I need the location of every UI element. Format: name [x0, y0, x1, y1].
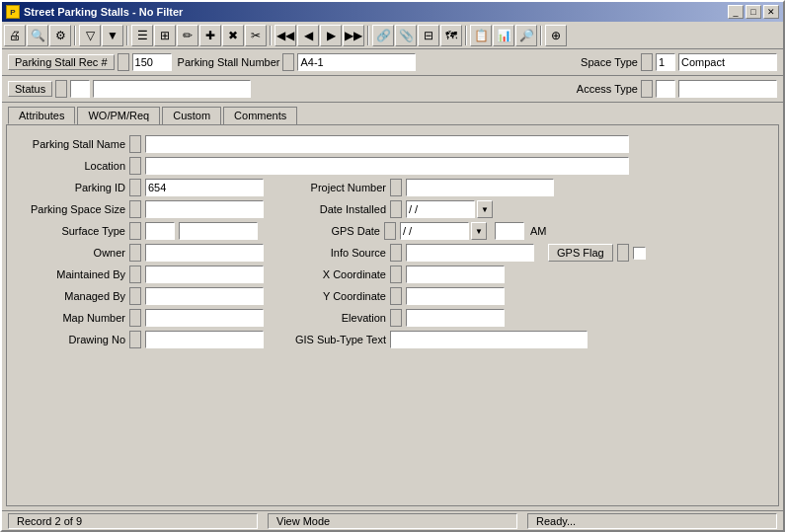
space-type-value-input[interactable] [678, 53, 777, 71]
date-installed-field: ▼ [406, 200, 493, 218]
owner-input[interactable] [145, 244, 264, 262]
grid-button[interactable]: ⊟ [418, 25, 439, 46]
tools-button[interactable]: ⚙ [49, 25, 71, 46]
report-button[interactable]: 📋 [470, 25, 492, 46]
first-button[interactable]: ◀◀ [275, 25, 296, 46]
add-button[interactable]: ✚ [199, 25, 221, 46]
tabs-row: Attributes WO/PM/Req Custom Comments [2, 103, 783, 124]
maintained-by-input[interactable] [145, 266, 264, 283]
toolbar-sep-6 [540, 26, 542, 45]
view2-button[interactable]: ⊞ [154, 25, 176, 46]
filter2-button[interactable]: ▼ [102, 25, 123, 46]
stall-num-label: Parking Stall Number [178, 56, 280, 68]
link-button[interactable]: 🔗 [372, 25, 394, 46]
print-button[interactable]: 🖨 [4, 25, 26, 46]
parking-id-input[interactable] [145, 179, 264, 196]
date-installed-dropdown[interactable]: ▼ [477, 200, 493, 218]
next-button[interactable]: ▶ [320, 25, 342, 46]
toolbar: 🖨 🔍 ⚙ ▽ ▼ ☰ ⊞ ✏ ✚ ✖ ✂ ◀◀ ◀ ▶ ▶▶ 🔗 📎 ⊟ 🗺 … [2, 22, 783, 49]
view-button[interactable]: ☰ [131, 25, 153, 46]
gps-flag-button[interactable]: GPS Flag [548, 244, 613, 262]
surface-type-row: Surface Type GPS Date ▼ AM [17, 222, 768, 240]
date-installed-label: Date Installed [287, 203, 386, 215]
elevation-input[interactable] [406, 309, 505, 327]
tab-custom[interactable]: Custom [162, 107, 221, 124]
parking-id-row: Parking ID Project Number [17, 179, 768, 196]
maintained-by-label: Maintained By [17, 268, 125, 280]
record-header-row1: Parking Stall Rec # Parking Stall Number… [2, 49, 783, 76]
location-input[interactable] [145, 157, 629, 175]
space-type-code-input[interactable] [656, 53, 675, 71]
rec-num-input[interactable] [132, 53, 172, 71]
tab-attributes[interactable]: Attributes [8, 107, 75, 124]
surface-type-label: Surface Type [17, 225, 125, 237]
location-row: Location [17, 157, 768, 175]
gps-date-input[interactable] [400, 222, 469, 240]
y-coord-input[interactable] [406, 287, 505, 305]
x-coord-input[interactable] [406, 266, 505, 283]
project-num-input[interactable] [406, 179, 554, 196]
surface-type-code-input[interactable] [145, 222, 175, 240]
stall-num-input[interactable] [297, 53, 416, 71]
stall-num-icon [282, 53, 294, 71]
attributes-form: Parking Stall Name Location Parking ID P… [17, 135, 768, 348]
date-installed-input[interactable] [406, 200, 475, 218]
gps-date-dropdown[interactable]: ▼ [471, 222, 487, 240]
info-source-input[interactable] [406, 244, 534, 262]
access-type-value-input[interactable] [678, 80, 777, 98]
map-number-icon [129, 309, 141, 327]
status-label-btn[interactable]: Status [8, 81, 52, 97]
toolbar-sep-5 [465, 26, 467, 45]
toolbar-sep-2 [126, 26, 128, 45]
close-button[interactable]: ✕ [763, 5, 779, 19]
tab-comments[interactable]: Comments [223, 107, 297, 124]
gps-time-input[interactable] [495, 222, 524, 240]
drawing-no-input[interactable] [145, 331, 264, 348]
record-info: Record 2 of 9 [17, 515, 82, 527]
maintained-by-icon [129, 266, 141, 283]
chart-button[interactable]: 📊 [493, 25, 514, 46]
date-installed-icon [390, 200, 402, 218]
owner-row: Owner Info Source GPS Flag [17, 244, 768, 262]
map-button[interactable]: 🗺 [440, 25, 462, 46]
search-button[interactable]: 🔎 [515, 25, 537, 46]
elevation-label: Elevation [287, 312, 386, 324]
access-type-code-input[interactable] [656, 80, 675, 98]
toolbar-sep-1 [74, 26, 76, 45]
window-title: Street Parking Stalls - No Filter [24, 6, 183, 18]
tab-wo[interactable]: WO/PM/Req [77, 107, 160, 124]
status-value-input[interactable] [93, 80, 251, 98]
status-code-input[interactable] [70, 80, 90, 98]
maintained-by-row: Maintained By X Coordinate [17, 266, 768, 283]
toolbar-sep-4 [367, 26, 369, 45]
surface-type-value-input[interactable] [179, 222, 258, 240]
cut-button[interactable]: ✂ [245, 25, 267, 46]
maximize-button[interactable]: □ [746, 5, 761, 19]
space-size-input[interactable] [145, 200, 264, 218]
extra-button[interactable]: ⊕ [545, 25, 567, 46]
preview-button[interactable]: 🔍 [27, 25, 48, 46]
gps-date-icon [384, 222, 396, 240]
gis-sub-type-input[interactable] [390, 331, 588, 348]
managed-by-icon [129, 287, 141, 305]
filter-button[interactable]: ▽ [79, 25, 101, 46]
rec-num-label-btn[interactable]: Parking Stall Rec # [8, 54, 115, 70]
space-type-icon [641, 53, 653, 71]
record-info-panel: Record 2 of 9 [8, 513, 258, 529]
managed-by-input[interactable] [145, 287, 264, 305]
gis-sub-type-label: GIS Sub-Type Text [287, 334, 386, 345]
edit-button[interactable]: ✏ [177, 25, 198, 46]
rec-num-group: Parking Stall Rec # [8, 53, 172, 71]
prev-button[interactable]: ◀ [297, 25, 319, 46]
elevation-icon [390, 309, 402, 327]
map-number-input[interactable] [145, 309, 264, 327]
attach-button[interactable]: 📎 [395, 25, 417, 46]
gps-date-label: GPS Date [281, 225, 380, 237]
view-mode: View Mode [276, 515, 330, 527]
gps-flag-checkbox[interactable] [633, 247, 646, 260]
delete-button[interactable]: ✖ [222, 25, 244, 46]
minimize-button[interactable]: _ [728, 5, 744, 19]
y-coord-icon [390, 287, 402, 305]
stall-name-input[interactable] [145, 135, 629, 153]
last-button[interactable]: ▶▶ [343, 25, 364, 46]
